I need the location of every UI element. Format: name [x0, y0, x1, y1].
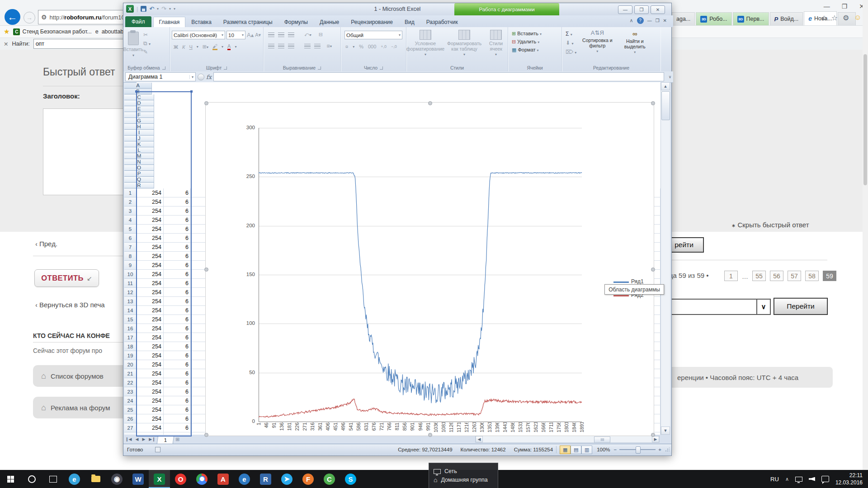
cell-B22[interactable]: 6	[164, 378, 191, 387]
page-break-view-button[interactable]: ▥	[581, 446, 592, 454]
undo-dropdown[interactable]: ▾	[157, 7, 159, 11]
reply-button[interactable]: ОТВЕТИТЬ↙	[34, 269, 99, 287]
taskbar-icon-opera[interactable]: O	[170, 470, 191, 488]
column-header-K[interactable]: K	[124, 141, 154, 147]
page-number[interactable]: 58	[805, 271, 819, 281]
horizontal-scrollbar[interactable]: ◀ ▶	[475, 436, 660, 443]
sheet-tab[interactable]: 1	[157, 436, 175, 444]
browser-tab[interactable]: 3DРобо...	[696, 12, 731, 25]
cell-A1[interactable]: 254	[137, 188, 164, 197]
taskbar-icon-explorer[interactable]	[85, 470, 106, 488]
series-Ряд2[interactable]	[259, 399, 582, 418]
taskbar-icon-excel[interactable]: X	[149, 470, 170, 488]
cell-B19[interactable]: 6	[164, 351, 191, 360]
column-header-D[interactable]: D	[124, 100, 154, 106]
cell-B13[interactable]: 6	[164, 297, 191, 306]
ribbon-tab-разработчик[interactable]: Разработчик	[420, 17, 464, 27]
find-input[interactable]	[33, 39, 127, 49]
accounting-format-icon[interactable]: ¤	[345, 44, 348, 49]
zoom-slider-thumb[interactable]	[636, 446, 641, 454]
cell-A12[interactable]: 254	[137, 288, 164, 297]
jump-select[interactable]: ∨	[668, 299, 771, 315]
insert-sheet-icon[interactable]: ⊞	[174, 436, 181, 442]
cell-B4[interactable]: 6	[164, 216, 191, 225]
cell-A11[interactable]: 254	[137, 279, 164, 288]
cell-A9[interactable]: 254	[137, 261, 164, 270]
cell-A6[interactable]: 254	[137, 234, 164, 243]
cell-B3[interactable]: 6	[164, 206, 191, 216]
cell-A26[interactable]: 254	[137, 414, 164, 423]
copy-icon[interactable]: ⧉ ▾	[143, 40, 151, 47]
legend-label[interactable]: Ряд1	[631, 278, 644, 285]
collapse-ribbon-icon[interactable]: ∧	[630, 18, 633, 23]
row-header-23[interactable]: 23	[124, 387, 137, 396]
cell-A19[interactable]: 254	[137, 351, 164, 360]
cell-A20[interactable]: 254	[137, 360, 164, 369]
cell-A3[interactable]: 254	[137, 206, 164, 216]
wrap-text-icon[interactable]: ⊟	[319, 32, 323, 38]
cell-A13[interactable]: 254	[137, 297, 164, 306]
cut-icon[interactable]: ✂	[143, 32, 151, 38]
column-header-O[interactable]: O	[124, 165, 154, 171]
zoom-level[interactable]: 100%	[597, 447, 610, 452]
cell-B9[interactable]: 6	[164, 261, 191, 270]
font-size-combo[interactable]: 10▾	[226, 31, 245, 39]
dialog-launcher-icon[interactable]	[380, 66, 383, 70]
taskbar-icon-word[interactable]: W	[127, 470, 149, 488]
row-header-19[interactable]: 19	[124, 351, 137, 360]
qat-customize-dropdown[interactable]: ▾	[174, 7, 175, 11]
favorites-icon[interactable]: ☆	[831, 14, 838, 22]
cell-B6[interactable]: 6	[164, 234, 191, 243]
column-header-B[interactable]: B	[124, 89, 152, 94]
excel-minimize-button[interactable]: —	[618, 5, 632, 14]
scrollbar-thumb[interactable]	[863, 54, 867, 185]
taskbar-icon-steam[interactable]: ◉	[106, 470, 127, 488]
taskbar-icon-acrobat[interactable]: A	[212, 470, 234, 488]
borders-icon[interactable]: ⊞▾	[203, 44, 208, 50]
cell-B16[interactable]: 6	[164, 324, 191, 333]
undo-icon[interactable]: ↶	[149, 5, 154, 12]
page-number[interactable]: 55	[752, 271, 766, 281]
cell-B24[interactable]: 6	[164, 396, 191, 405]
browser-minimize-button[interactable]: —	[824, 3, 830, 10]
cell-A24[interactable]: 254	[137, 396, 164, 405]
page-number[interactable]: 59	[823, 271, 836, 281]
volume-icon[interactable]	[809, 477, 815, 481]
align-right-icon[interactable]	[288, 44, 294, 48]
column-header-N[interactable]: N	[124, 159, 154, 165]
cell-B2[interactable]: 6	[164, 197, 191, 206]
font-name-combo[interactable]: Calibri (Основной)▾	[172, 31, 225, 39]
scroll-right-icon[interactable]: ▶	[652, 436, 659, 442]
row-header-17[interactable]: 17	[124, 333, 137, 342]
resize-grip[interactable]	[665, 447, 670, 452]
ribbon-tab-формулы[interactable]: Формулы	[278, 17, 314, 27]
row-header-7[interactable]: 7	[124, 243, 137, 252]
fill-color-icon[interactable]: 🖌	[212, 43, 217, 50]
ribbon-tab-данные[interactable]: Данные	[314, 17, 345, 27]
ribbon-tab-вид[interactable]: Вид	[399, 17, 420, 27]
row-header-27[interactable]: 27	[124, 423, 137, 432]
expand-formula-bar-icon[interactable]: ∨	[667, 73, 673, 81]
zoom-slider[interactable]	[619, 449, 656, 450]
row-header-4[interactable]: 4	[124, 216, 137, 225]
taskbar-icon-edge[interactable]: e	[64, 470, 85, 488]
dialog-launc her-icon[interactable]	[224, 66, 227, 70]
ribbon-tab-рецензирование[interactable]: Рецензирование	[345, 17, 399, 27]
return-link[interactable]: ‹Вернуться в 3D печа	[35, 301, 105, 309]
language-indicator[interactable]: RU	[770, 476, 779, 483]
insert-function-icon[interactable]: fx	[206, 74, 212, 80]
cell-A22[interactable]: 254	[137, 378, 164, 387]
row-header-16[interactable]: 16	[124, 324, 137, 333]
first-sheet-icon[interactable]: ❙◀	[123, 437, 133, 441]
clear-icon[interactable]: ⌦ ▾	[566, 49, 576, 55]
popup-item-homegroup[interactable]: ⌂ Домашняя группа	[434, 476, 498, 483]
formula-input[interactable]	[213, 72, 664, 81]
column-header-L[interactable]: L	[124, 147, 154, 153]
page-number[interactable]: 57	[788, 271, 801, 281]
ribbon-tab-файл[interactable]: Файл	[125, 16, 151, 27]
excel-close-button[interactable]: ✕	[651, 5, 665, 14]
column-header-H[interactable]: H	[124, 124, 154, 130]
grow-font-icon[interactable]: A▴	[247, 32, 254, 38]
cell-A25[interactable]: 254	[137, 405, 164, 414]
go-button-bottom[interactable]: Перейти	[774, 298, 827, 314]
